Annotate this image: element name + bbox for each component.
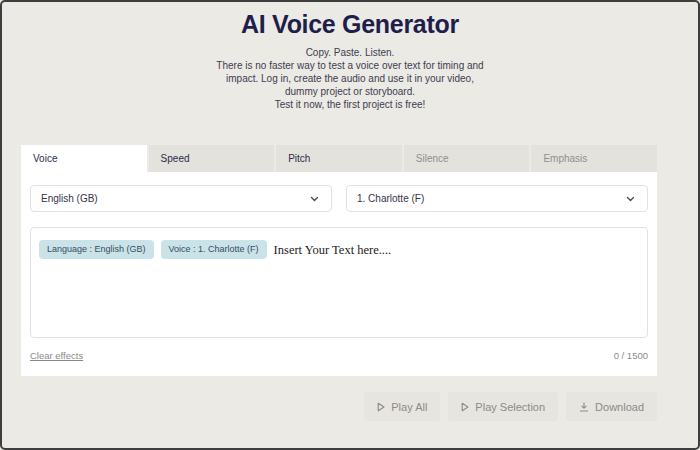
- play-selection-button[interactable]: Play Selection: [448, 392, 558, 421]
- editor-placeholder: Insert Your Text here....: [274, 240, 392, 258]
- language-select-value: English (GB): [41, 193, 98, 204]
- subtitle-line: Test it now, the first project is free!: [2, 98, 698, 111]
- play-all-label: Play All: [391, 401, 427, 413]
- voice-tab-panel: English (GB) 1. Charlotte (F) Language :…: [21, 172, 657, 376]
- tab-emphasis[interactable]: Emphasis: [531, 145, 657, 172]
- header: AI Voice Generator Copy. Paste. Listen. …: [2, 2, 698, 111]
- voice-select[interactable]: 1. Charlotte (F): [346, 185, 648, 212]
- download-icon: [579, 402, 589, 412]
- subtitle-line: dummy project or storyboard.: [2, 85, 698, 98]
- tab-speed[interactable]: Speed: [149, 145, 275, 172]
- language-select[interactable]: English (GB): [30, 185, 332, 212]
- download-label: Download: [595, 401, 644, 413]
- editor-footer: Clear effects 0 / 1500: [30, 350, 648, 361]
- tab-silence[interactable]: Silence: [404, 145, 530, 172]
- voice-generator-widget: Voice Speed Pitch Silence Emphasis Engli…: [21, 145, 657, 376]
- voice-tag[interactable]: Voice : 1. Charlotte (F): [161, 240, 267, 259]
- clear-effects-link[interactable]: Clear effects: [30, 350, 83, 361]
- subtitle-line: There is no faster way to test a voice o…: [2, 59, 698, 72]
- selects-row: English (GB) 1. Charlotte (F): [30, 185, 648, 212]
- play-icon: [377, 402, 385, 412]
- download-button[interactable]: Download: [566, 392, 657, 421]
- text-editor-area[interactable]: Language : English (GB) Voice : 1. Charl…: [30, 227, 648, 338]
- play-icon: [461, 402, 469, 412]
- tab-pitch[interactable]: Pitch: [276, 145, 402, 172]
- character-counter: 0 / 1500: [614, 350, 648, 361]
- page-title: AI Voice Generator: [2, 10, 698, 39]
- subtitle-line: impact. Log in, create the audio and use…: [2, 72, 698, 85]
- action-buttons: Play All Play Selection Download: [364, 392, 657, 421]
- tab-voice[interactable]: Voice: [21, 145, 147, 172]
- play-selection-label: Play Selection: [475, 401, 545, 413]
- page-subtitle: Copy. Paste. Listen. There is no faster …: [2, 46, 698, 111]
- tab-bar: Voice Speed Pitch Silence Emphasis: [21, 145, 657, 172]
- chevron-down-icon: [310, 196, 319, 202]
- language-tag[interactable]: Language : English (GB): [39, 240, 154, 259]
- voice-select-value: 1. Charlotte (F): [357, 193, 424, 204]
- subtitle-line: Copy. Paste. Listen.: [2, 46, 698, 59]
- chevron-down-icon: [626, 196, 635, 202]
- play-all-button[interactable]: Play All: [364, 392, 440, 421]
